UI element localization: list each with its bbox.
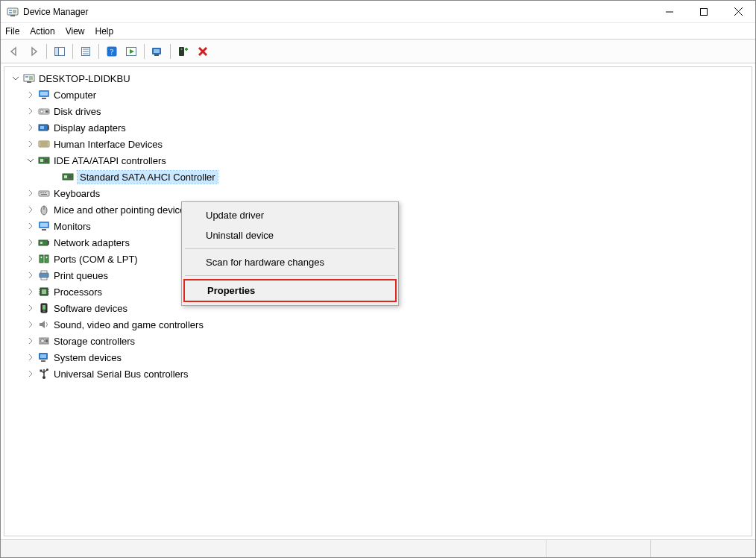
- tree-item-system-devices[interactable]: System devices: [9, 349, 747, 366]
- menu-view[interactable]: View: [66, 26, 85, 37]
- tree-item-label: IDE ATA/ATAPI controllers: [54, 155, 166, 166]
- context-menu-separator: [185, 248, 395, 249]
- tree-item-storage-controllers[interactable]: Storage controllers: [9, 333, 747, 349]
- chevron-right-icon[interactable]: [25, 303, 36, 313]
- svg-rect-60: [48, 241, 49, 245]
- menubar: File Action View Help: [1, 23, 755, 40]
- processor-icon: [37, 285, 51, 298]
- ctx-scan-hardware[interactable]: Scan for hardware changes: [183, 252, 397, 272]
- tree-item-label: Disk drives: [54, 106, 101, 117]
- chevron-right-icon[interactable]: [25, 139, 36, 149]
- svg-rect-1: [9, 10, 12, 11]
- action-button[interactable]: [122, 43, 140, 60]
- tree-item-sata-controller[interactable]: Standard SATA AHCI Controller: [9, 169, 747, 185]
- menu-help[interactable]: Help: [95, 26, 114, 37]
- chevron-right-icon[interactable]: [25, 122, 36, 133]
- chevron-right-icon[interactable]: [25, 319, 36, 330]
- tree-item-label: Software devices: [54, 303, 127, 314]
- add-legacy-hardware-button[interactable]: [174, 43, 192, 60]
- svg-rect-32: [42, 98, 46, 99]
- svg-rect-68: [41, 278, 47, 280]
- svg-rect-70: [42, 289, 46, 294]
- svg-point-34: [40, 110, 43, 113]
- svg-rect-37: [48, 125, 49, 130]
- maximize-button[interactable]: [687, 1, 721, 23]
- svg-rect-35: [45, 110, 48, 113]
- svg-rect-52: [45, 192, 46, 193]
- chevron-right-icon[interactable]: [25, 204, 36, 215]
- svg-point-86: [42, 376, 45, 379]
- svg-rect-3: [13, 10, 16, 13]
- svg-rect-44: [40, 159, 43, 162]
- chevron-right-icon[interactable]: [25, 90, 36, 100]
- monitor-icon: [37, 88, 51, 101]
- properties-button[interactable]: [77, 43, 95, 60]
- forward-button[interactable]: [25, 43, 42, 60]
- svg-point-81: [41, 339, 45, 343]
- tree-item-label: Standard SATA AHCI Controller: [78, 171, 218, 184]
- chevron-right-icon[interactable]: [25, 221, 36, 231]
- tree-item-label: Ports (COM & LPT): [54, 254, 138, 265]
- monitor-icon: [37, 219, 51, 233]
- chevron-right-icon[interactable]: [25, 369, 36, 379]
- toolbar-separator: [72, 44, 73, 59]
- menu-file[interactable]: File: [5, 26, 19, 37]
- back-button[interactable]: [5, 43, 23, 60]
- chevron-right-icon[interactable]: [25, 336, 36, 346]
- tree-item-sound[interactable]: Sound, video and game controllers: [9, 316, 747, 333]
- tree-item-ide[interactable]: IDE ATA/ATAPI controllers: [9, 152, 747, 169]
- printer-icon: [37, 269, 51, 282]
- close-button[interactable]: [721, 1, 755, 23]
- ctx-uninstall-device[interactable]: Uninstall device: [183, 225, 397, 245]
- chevron-right-icon[interactable]: [25, 270, 36, 280]
- tree-item-label: Print queues: [54, 270, 108, 281]
- tree-item-display-adapters[interactable]: Display adapters: [9, 119, 747, 136]
- chevron-right-icon[interactable]: [25, 106, 36, 116]
- tree-item-keyboards[interactable]: Keyboards: [9, 185, 747, 201]
- svg-rect-29: [27, 81, 31, 83]
- svg-text:?: ?: [110, 47, 114, 56]
- mouse-icon: [37, 203, 51, 216]
- tree-item-computer[interactable]: Computer: [9, 87, 747, 103]
- display-adapter-icon: [37, 121, 51, 134]
- uninstall-device-button[interactable]: [194, 43, 212, 60]
- hid-icon: [37, 137, 51, 151]
- tree-item-label: Keyboards: [54, 188, 100, 199]
- minimize-button[interactable]: [652, 1, 687, 23]
- tree-item-label: Mice and other pointing devices: [54, 204, 190, 216]
- statusbar: [1, 539, 755, 557]
- port-icon: [37, 252, 51, 266]
- svg-rect-58: [42, 229, 46, 231]
- tree-item-disk-drives[interactable]: Disk drives: [9, 103, 747, 119]
- chevron-right-icon[interactable]: [25, 188, 36, 198]
- chevron-right-icon[interactable]: [25, 237, 36, 248]
- tree-item-label: Universal Serial Bus controllers: [54, 369, 189, 380]
- chevron-right-icon[interactable]: [25, 254, 36, 264]
- chevron-down-icon[interactable]: [25, 155, 36, 166]
- toolbar-separator: [98, 44, 99, 59]
- svg-rect-22: [179, 47, 184, 56]
- svg-rect-62: [40, 255, 43, 263]
- svg-point-64: [41, 257, 42, 258]
- tree-root[interactable]: DESKTOP-LDIDKBU: [9, 70, 747, 87]
- keyboard-icon: [37, 186, 51, 200]
- ctx-update-driver[interactable]: Update driver: [183, 205, 397, 225]
- chevron-down-icon[interactable]: [10, 73, 21, 84]
- chevron-right-icon[interactable]: [25, 352, 36, 363]
- controller-icon: [37, 154, 51, 167]
- tree-item-usb[interactable]: Universal Serial Bus controllers: [9, 366, 747, 382]
- svg-rect-89: [40, 370, 42, 372]
- ctx-properties[interactable]: Properties: [183, 279, 397, 302]
- tree-item-label: Display adapters: [54, 122, 126, 134]
- svg-rect-21: [154, 54, 159, 56]
- chevron-right-icon[interactable]: [25, 286, 36, 297]
- tree-item-hid[interactable]: Human Interface Devices: [9, 136, 747, 152]
- svg-rect-2: [9, 12, 12, 13]
- disk-drive-icon: [37, 104, 51, 118]
- scan-hardware-button[interactable]: [148, 43, 166, 60]
- show-hide-console-button[interactable]: [51, 43, 69, 60]
- menu-action[interactable]: Action: [30, 26, 54, 37]
- svg-point-65: [46, 257, 48, 258]
- status-cell: [1, 540, 546, 557]
- help-button[interactable]: ?: [103, 43, 121, 60]
